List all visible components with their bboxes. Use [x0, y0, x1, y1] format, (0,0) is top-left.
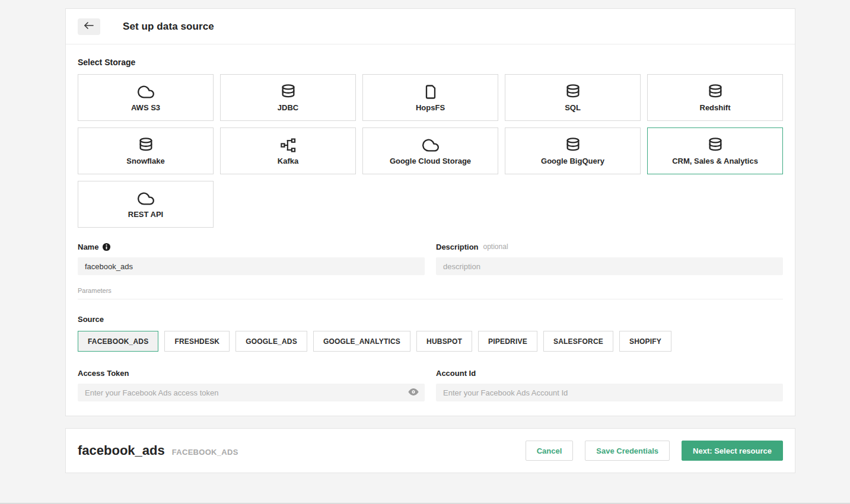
- source-option-google-ads[interactable]: GOOGLE_ADS: [235, 331, 307, 352]
- database-icon: [565, 137, 581, 154]
- next-select-resource-button[interactable]: Next: Select resource: [682, 441, 783, 461]
- tile-label: Snowflake: [126, 157, 164, 165]
- storage-tile-rest-api[interactable]: REST API: [78, 181, 214, 228]
- card-body: Select Storage AWS S3 JDBC HopsFS: [66, 44, 795, 416]
- name-field-group: Name: [78, 242, 425, 275]
- database-icon: [707, 84, 724, 100]
- document-icon: [422, 84, 439, 100]
- optional-label: optional: [483, 243, 508, 251]
- description-input[interactable]: [436, 257, 783, 275]
- name-input[interactable]: [78, 257, 425, 275]
- tile-label: JDBC: [278, 103, 298, 112]
- tile-label: REST API: [128, 210, 163, 219]
- access-token-label: Access Token: [78, 369, 129, 378]
- account-id-input[interactable]: [436, 384, 783, 401]
- access-token-field-group: Access Token: [78, 368, 425, 401]
- tile-label: AWS S3: [131, 103, 160, 112]
- tile-label: Redshift: [700, 103, 731, 112]
- account-id-field-group: Account Id: [436, 368, 783, 401]
- parameters-divider: [78, 299, 783, 299]
- cloud-icon: [138, 84, 154, 100]
- card-header: Set up data source: [66, 9, 795, 44]
- parameters-label: Parameters: [78, 287, 783, 294]
- description-field-group: Description optional: [436, 242, 783, 275]
- credentials-row: Access Token Account Id: [78, 368, 783, 401]
- source-option-facebook-ads[interactable]: FACEBOOK_ADS: [78, 331, 158, 352]
- storage-tile-crm-sales-analytics[interactable]: CRM, Sales & Analytics: [647, 127, 783, 174]
- database-icon: [565, 84, 581, 100]
- description-label: Description: [436, 243, 479, 251]
- source-option-google-analytics[interactable]: GOOGLE_ANALYTICS: [313, 331, 410, 352]
- arrow-left-icon: [84, 21, 94, 32]
- name-description-row: Name Description optional: [78, 242, 783, 275]
- storage-tile-google-cloud-storage[interactable]: Google Cloud Storage: [362, 127, 498, 174]
- kafka-icon: [280, 137, 297, 154]
- footer-actions: Cancel Save Credentials Next: Select res…: [526, 441, 783, 461]
- setup-data-source-card: Set up data source Select Storage AWS S3…: [65, 8, 795, 416]
- cloud-icon: [138, 190, 154, 207]
- back-button[interactable]: [78, 18, 100, 35]
- database-icon: [707, 137, 724, 154]
- footer-summary: facebook_ads FACEBOOK_ADS: [78, 443, 238, 458]
- page-title: Set up data source: [123, 21, 214, 33]
- tile-label: Google BigQuery: [541, 157, 604, 165]
- database-icon: [138, 137, 154, 154]
- tile-label: Kafka: [278, 157, 298, 165]
- source-option-salesforce[interactable]: SALESFORCE: [543, 331, 613, 352]
- storage-tile-snowflake[interactable]: Snowflake: [78, 127, 214, 174]
- storage-tile-google-bigquery[interactable]: Google BigQuery: [505, 127, 641, 174]
- source-option-freshdesk[interactable]: FRESHDESK: [164, 331, 230, 352]
- tile-label: SQL: [565, 103, 581, 112]
- database-icon: [280, 84, 297, 100]
- info-icon[interactable]: [102, 243, 111, 251]
- eye-icon: [408, 388, 419, 396]
- name-label: Name: [78, 243, 98, 251]
- storage-tile-aws-s3[interactable]: AWS S3: [78, 74, 214, 121]
- tile-label: Google Cloud Storage: [390, 157, 471, 165]
- storage-tile-hopsfs[interactable]: HopsFS: [362, 74, 498, 121]
- source-label: Source: [78, 315, 783, 324]
- source-option-shopify[interactable]: SHOPIFY: [619, 331, 671, 352]
- storage-tile-kafka[interactable]: Kafka: [220, 127, 356, 174]
- source-option-pipedrive[interactable]: PIPEDRIVE: [478, 331, 537, 352]
- storage-tile-redshift[interactable]: Redshift: [647, 74, 783, 121]
- source-options-row: FACEBOOK_ADS FRESHDESK GOOGLE_ADS GOOGLE…: [78, 331, 783, 352]
- storage-tile-jdbc[interactable]: JDBC: [220, 74, 356, 121]
- source-option-hubspot[interactable]: HUBSPOT: [416, 331, 472, 352]
- save-credentials-button[interactable]: Save Credentials: [585, 441, 670, 461]
- cancel-button[interactable]: Cancel: [526, 441, 574, 461]
- cloud-icon: [422, 137, 439, 154]
- toggle-visibility-button[interactable]: [408, 388, 419, 396]
- select-storage-label: Select Storage: [78, 58, 783, 67]
- tile-label: CRM, Sales & Analytics: [672, 157, 758, 165]
- access-token-input[interactable]: [78, 384, 425, 401]
- footer-datasource-name: facebook_ads: [78, 443, 165, 458]
- storage-grid: AWS S3 JDBC HopsFS SQL: [78, 74, 783, 228]
- footer-source-tag: FACEBOOK_ADS: [172, 448, 238, 457]
- tile-label: HopsFS: [416, 103, 445, 112]
- storage-tile-sql[interactable]: SQL: [505, 74, 641, 121]
- account-id-label: Account Id: [436, 369, 476, 378]
- footer-bar: facebook_ads FACEBOOK_ADS Cancel Save Cr…: [65, 428, 795, 473]
